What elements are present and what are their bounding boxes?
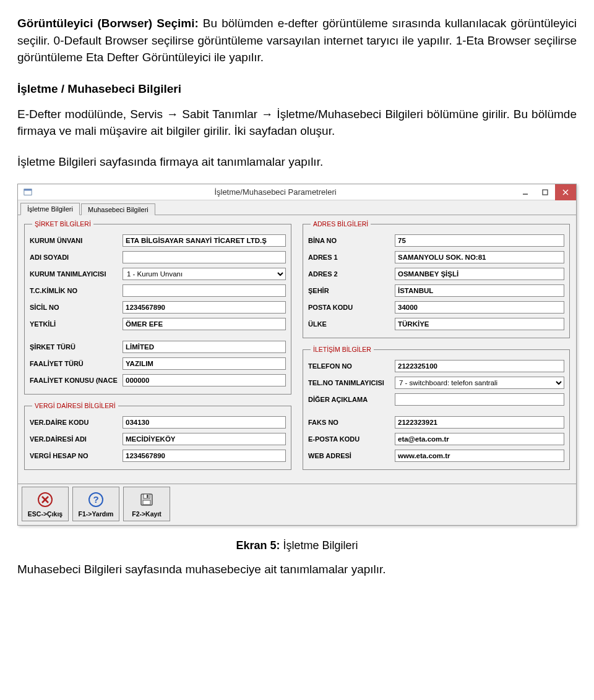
form-body: ŞİRKET BİLGİLERİ KURUM ÜNVANI ADI SOYADI…	[18, 215, 576, 484]
row-sicil-no: SİCİL NO	[30, 301, 286, 314]
group-legend: ŞİRKET BİLGİLERİ	[32, 220, 93, 228]
app-window: İşletme/Muhasebeci Parametreleri İşletme…	[17, 184, 577, 526]
label: POSTA KODU	[308, 304, 395, 311]
label: ÜLKE	[308, 320, 395, 328]
web-adresi-input[interactable]	[395, 450, 564, 462]
label: WEB ADRESİ	[308, 452, 395, 459]
svg-rect-3	[543, 190, 548, 195]
vergi-hesap-no-input[interactable]	[123, 450, 286, 462]
faaliyet-konusu-input[interactable]	[123, 374, 286, 386]
window-buttons	[515, 184, 576, 200]
label: BİNA NO	[308, 237, 395, 244]
section-heading: İşletme / Muhasebeci Bilgileri	[17, 82, 577, 96]
row-kurum-unvani: KURUM ÜNVANI	[30, 234, 286, 247]
caption-rest: İşletme Bilgileri	[283, 539, 358, 552]
f2-kayit-button[interactable]: F2->Kayıt	[123, 487, 170, 521]
row-faaliyet-konusu: FAALİYET KONUSU (NACE	[30, 373, 286, 387]
group-legend: ADRES BİLGİLERİ	[311, 220, 371, 228]
ulke-input[interactable]	[395, 318, 564, 330]
tab-muhasebeci-bilgileri[interactable]: Muhasebeci Bilgileri	[81, 203, 155, 215]
action-bar: ESC->Çıkış ? F1->Yardım F2->Kayıt	[18, 484, 576, 525]
adres2-input[interactable]	[395, 268, 564, 280]
label: DİĞER AÇIKLAMA	[308, 396, 395, 403]
group-adres-bilgileri: ADRES BİLGİLERİ BİNA NO ADRES 1 ADRES 2 …	[303, 220, 570, 338]
row-faks-no: FAKS NO	[308, 416, 564, 429]
app-icon	[20, 186, 35, 198]
label: ŞİRKET TÜRÜ	[30, 343, 123, 351]
tc-kimlik-input[interactable]	[123, 284, 286, 297]
esc-cikis-button[interactable]: ESC->Çıkış	[22, 487, 69, 521]
row-telefon-no: TELEFON NO	[308, 359, 564, 373]
group-sirket-bilgileri: ŞİRKET BİLGİLERİ KURUM ÜNVANI ADI SOYADI…	[24, 220, 291, 395]
label: KURUM TANIMLAYICISI	[30, 270, 123, 278]
row-kurum-tanimlayici: KURUM TANIMLAYICISI 1 - Kurum Unvanı	[30, 267, 286, 281]
sehir-input[interactable]	[395, 284, 564, 297]
figure-caption: Ekran 5: İşletme Bilgileri	[17, 539, 577, 552]
row-web-adresi: WEB ADRESİ	[308, 449, 564, 463]
tel-tanimlayici-select[interactable]: 7 - switchboard: telefon santrali	[395, 377, 564, 389]
caption-bold: Ekran 5:	[236, 539, 280, 552]
label: SİCİL NO	[30, 304, 123, 311]
row-tc-kimlik: T.C.KİMLİK NO	[30, 284, 286, 297]
row-tel-tanimlayici: TEL.NO TANIMLAYICISI 7 - switchboard: te…	[308, 376, 564, 390]
eposta-kodu-input[interactable]	[395, 433, 564, 445]
row-sirket-turu: ŞİRKET TÜRÜ	[30, 340, 286, 354]
tab-isletme-bilgileri[interactable]: İşletme Bilgileri	[20, 203, 80, 215]
bina-no-input[interactable]	[395, 234, 564, 247]
sirket-turu-input[interactable]	[123, 341, 286, 353]
faaliyet-turu-input[interactable]	[123, 357, 286, 370]
svg-rect-14	[147, 495, 148, 498]
yetkili-input[interactable]	[123, 318, 286, 330]
label: ADRES 2	[308, 270, 395, 278]
label: VER.DAİRESİ ADI	[30, 435, 123, 443]
group-vergi-dairesi: VERGİ DAİRESİ BİLGİLERİ VER.DAİRE KODU V…	[24, 402, 291, 470]
faks-no-input[interactable]	[395, 416, 564, 429]
paragraph-module-path: E-Defter modülünde, Servis → Sabit Tanım…	[17, 106, 577, 140]
row-eposta-kodu: E-POSTA KODU	[308, 432, 564, 446]
window-title: İşletme/Muhasebeci Parametreleri	[35, 187, 515, 197]
row-adres1: ADRES 1	[308, 250, 564, 264]
row-vergi-hesap-no: VERGİ HESAP NO	[30, 449, 286, 463]
ver-daire-kodu-input[interactable]	[123, 416, 286, 429]
paragraph-isletme-note: İşletme Bilgileri sayfasında firmaya ait…	[17, 153, 577, 171]
right-column: ADRES BİLGİLERİ BİNA NO ADRES 1 ADRES 2 …	[303, 220, 570, 477]
action-label: F2->Kayıt	[132, 510, 161, 518]
telefon-no-input[interactable]	[395, 360, 564, 372]
row-bina-no: BİNA NO	[308, 234, 564, 247]
posta-kodu-input[interactable]	[395, 301, 564, 314]
diger-aciklama-input[interactable]	[395, 393, 564, 406]
label: YETKİLİ	[30, 320, 123, 328]
sicil-no-input[interactable]	[123, 301, 286, 314]
tab-strip: İşletme Bilgileri Muhasebeci Bilgileri	[18, 200, 576, 215]
adi-soyadi-input[interactable]	[123, 251, 286, 263]
paragraph-browser-selection: Görüntüleyici (Borwser) Seçimi: Bu bölüm…	[17, 15, 577, 66]
label: ADI SOYADI	[30, 254, 123, 261]
label: FAALİYET TÜRÜ	[30, 360, 123, 367]
f1-yardim-button[interactable]: ? F1->Yardım	[72, 487, 119, 521]
kurum-tanimlayici-select[interactable]: 1 - Kurum Unvanı	[123, 268, 286, 280]
label: VER.DAİRE KODU	[30, 419, 123, 426]
action-label: F1->Yardım	[79, 510, 114, 518]
titlebar: İşletme/Muhasebeci Parametreleri	[18, 184, 576, 200]
ver-dairesi-adi-input[interactable]	[123, 433, 286, 445]
label: ADRES 1	[308, 254, 395, 261]
minimize-button[interactable]	[515, 184, 535, 200]
maximize-button[interactable]	[535, 184, 555, 200]
action-label: ESC->Çıkış	[28, 510, 62, 518]
close-button[interactable]	[555, 184, 576, 200]
label: KURUM ÜNVANI	[30, 237, 123, 244]
label: FAALİYET KONUSU (NACE	[30, 377, 123, 384]
label: ŞEHİR	[308, 287, 395, 294]
row-adi-soyadi: ADI SOYADI	[30, 250, 286, 264]
row-ver-daire-kodu: VER.DAİRE KODU	[30, 416, 286, 429]
kurum-unvani-input[interactable]	[123, 234, 286, 247]
adres1-input[interactable]	[395, 251, 564, 263]
row-diger-aciklama: DİĞER AÇIKLAMA	[308, 393, 564, 406]
row-yetkili: YETKİLİ	[30, 317, 286, 331]
row-ulke: ÜLKE	[308, 317, 564, 331]
group-iletisim-bilgileri: İLETİŞİM BİLGİLER TELEFON NO TEL.NO TANI…	[303, 346, 570, 470]
row-ver-dairesi-adi: VER.DAİRESİ ADI	[30, 432, 286, 446]
label: T.C.KİMLİK NO	[30, 287, 123, 294]
label: E-POSTA KODU	[308, 435, 395, 443]
label: VERGİ HESAP NO	[30, 452, 123, 459]
